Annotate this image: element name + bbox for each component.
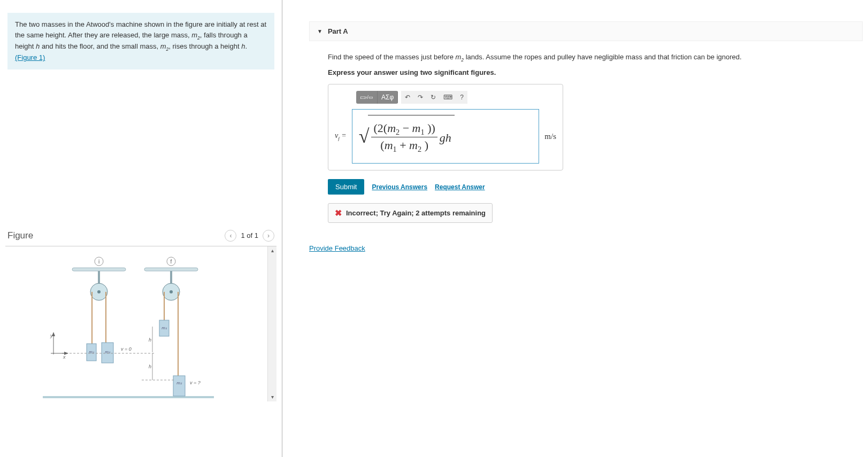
state-f-label: f bbox=[171, 259, 172, 265]
svg-text:h: h bbox=[149, 337, 151, 343]
incorrect-icon: ✖ bbox=[335, 208, 342, 218]
m2-var: m2 bbox=[191, 31, 200, 39]
svg-text:x: x bbox=[63, 354, 66, 360]
figure-pager: 1 of 1 bbox=[241, 231, 258, 239]
submit-button[interactable]: Submit bbox=[328, 179, 364, 195]
action-row: Submit Previous Answers Request Answer bbox=[328, 179, 857, 195]
equation-row: vf = √ (2(m2 − m1 )) (m1 + m2 ) gh m/ bbox=[335, 109, 556, 164]
previous-answers-link[interactable]: Previous Answers bbox=[372, 183, 427, 191]
figure-title: Figure bbox=[7, 230, 33, 241]
feedback-box: ✖ Incorrect; Try Again; 2 attempts remai… bbox=[328, 203, 493, 223]
scroll-up-icon[interactable]: ▴ bbox=[268, 246, 276, 255]
svg-text:m₁: m₁ bbox=[162, 326, 167, 330]
figure-body: i f m₁ m₂ bbox=[5, 246, 267, 407]
collapse-caret-icon: ▼ bbox=[317, 28, 322, 34]
svg-point-7 bbox=[97, 290, 101, 293]
prev-figure-button[interactable]: ‹ bbox=[225, 230, 236, 242]
svg-text:m₂: m₂ bbox=[176, 381, 182, 385]
figure-section: Figure ‹ 1 of 1 › i bbox=[5, 230, 276, 407]
equation-toolbar: ▭√▭ ΑΣφ ↶ ↷ ↻ ⌨ ? bbox=[335, 91, 556, 104]
svg-text:h: h bbox=[149, 364, 151, 369]
svg-text:v = 0: v = 0 bbox=[121, 346, 132, 352]
svg-point-17 bbox=[170, 290, 173, 293]
state-i-label: i bbox=[98, 259, 99, 265]
svg-rect-2 bbox=[144, 268, 198, 271]
figure-scrollbar[interactable]: ▴ ▾ bbox=[267, 246, 276, 401]
request-answer-link[interactable]: Request Answer bbox=[435, 183, 485, 191]
keyboard-button[interactable]: ⌨ bbox=[440, 91, 456, 104]
feedback-text: Incorrect; Try Again; 2 attempts remaini… bbox=[346, 209, 486, 217]
svg-rect-0 bbox=[43, 396, 214, 398]
greek-button[interactable]: ΑΣφ bbox=[378, 91, 398, 104]
svg-rect-1 bbox=[72, 268, 126, 271]
figure-link[interactable]: (Figure 1) bbox=[15, 53, 45, 61]
vf-label: vf = bbox=[335, 131, 347, 141]
figure-viewport: i f m₁ m₂ bbox=[5, 246, 276, 407]
answer-input[interactable]: √ (2(m2 − m1 )) (m1 + m2 ) gh bbox=[352, 109, 540, 164]
problem-statement: The two masses in the Atwood's machine s… bbox=[7, 13, 274, 69]
svg-text:m₂: m₂ bbox=[105, 350, 111, 354]
part-a-header[interactable]: ▼ Part A bbox=[309, 21, 863, 41]
provide-feedback-section: Provide Feedback bbox=[309, 244, 868, 252]
part-a-body: Find the speed of the masses just before… bbox=[282, 41, 868, 223]
svg-rect-22 bbox=[173, 376, 185, 396]
figure-header: Figure ‹ 1 of 1 › bbox=[5, 230, 276, 246]
scroll-down-icon[interactable]: ▾ bbox=[268, 393, 276, 401]
svg-text:y: y bbox=[50, 333, 53, 338]
answer-box: ▭√▭ ΑΣφ ↶ ↷ ↻ ⌨ ? vf = √ (2(m2 − bbox=[328, 84, 563, 171]
reset-button[interactable]: ↻ bbox=[427, 91, 440, 104]
left-panel: The two masses in the Atwood's machine s… bbox=[0, 0, 282, 457]
svg-text:m₁: m₁ bbox=[89, 350, 94, 354]
template-button[interactable]: ▭√▭ bbox=[356, 91, 378, 104]
next-figure-button[interactable]: › bbox=[263, 230, 274, 242]
part-a-title: Part A bbox=[328, 27, 348, 35]
question-text: Find the speed of the masses just before… bbox=[328, 52, 857, 63]
redo-button[interactable]: ↷ bbox=[414, 91, 427, 104]
unit-label: m/s bbox=[544, 132, 556, 141]
instruction-text: Express your answer using two significan… bbox=[328, 68, 857, 76]
svg-text:v = ?: v = ? bbox=[190, 380, 201, 385]
figure-diagram: i f m₁ m₂ bbox=[43, 252, 214, 407]
help-button[interactable]: ? bbox=[456, 91, 467, 104]
right-panel: ▼ Part A Find the speed of the masses ju… bbox=[282, 0, 868, 457]
provide-feedback-link[interactable]: Provide Feedback bbox=[309, 244, 365, 252]
figure-nav: ‹ 1 of 1 › bbox=[225, 230, 274, 242]
sqrt-expression: √ (2(m2 − m1 )) (m1 + m2 ) gh bbox=[359, 115, 455, 158]
undo-button[interactable]: ↶ bbox=[401, 91, 414, 104]
